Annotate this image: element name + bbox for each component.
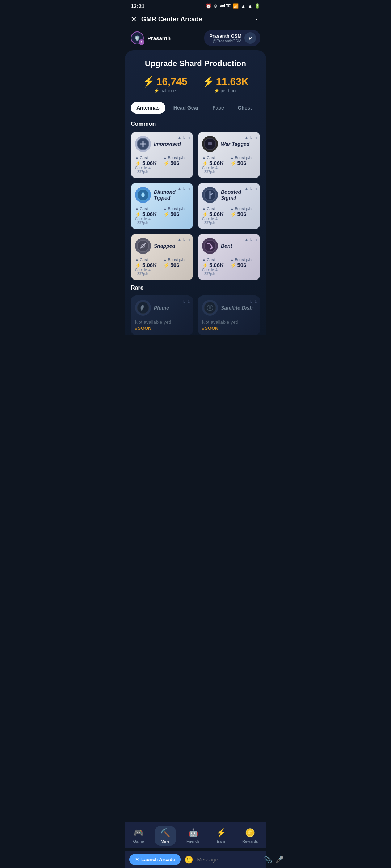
card-stats-bent: ▲ Cost ⚡5.06K Curr: lvl 4 +337p/h ▲ Boos… (202, 258, 256, 276)
not-available-plume: Not available yet! (135, 319, 189, 325)
card-icon-diamondtipped (135, 187, 151, 203)
menu-button[interactable]: ⋮ (253, 15, 260, 24)
svg-point-13 (204, 240, 216, 252)
level-arrow-icon: ▲ (245, 135, 249, 140)
cost-label: ▲ Cost (202, 258, 228, 262)
rare-card-header-plume: Plume (135, 300, 189, 316)
boost-label: ▲ Boost p/h (163, 258, 189, 262)
status-time: 12:21 (131, 3, 144, 9)
card-name-improvised: Improvised (154, 141, 181, 147)
perhour-value: ⚡11.63K (202, 76, 249, 88)
tab-hands[interactable]: Hands (260, 102, 260, 114)
wifi-icon: 📶 (233, 3, 239, 9)
minus-circle-icon: ⊖ (214, 3, 218, 9)
lightning-icon2: ⚡ (163, 160, 169, 166)
common-cards-grid: ▲ lvl 5 Improvised ▲ Cost ⚡5.06K Curr: l… (131, 132, 260, 280)
cost-label: ▲ Cost (202, 156, 228, 160)
rare-cards-grid: lvl 1 Plume Not available yet! #SOON lvl… (131, 295, 260, 335)
rare-card-name-satellite: Satellite Dish (221, 305, 253, 311)
card-level-boostedsignal: ▲ lvl 5 (245, 186, 257, 191)
cost-col: ▲ Cost ⚡5.06K Curr: lvl 4 +337p/h (135, 156, 161, 174)
lightning-icon: ⚡ (135, 211, 141, 217)
card-snapped[interactable]: ▲ lvl 5 Snapped ▲ Cost ⚡5.06K Curr: lvl … (131, 234, 193, 280)
lightning-icon2: ⚡ (163, 211, 169, 217)
cost-label: ▲ Cost (135, 156, 161, 160)
stats-row: ⚡16,745 ⚡ balance ⚡11.63K ⚡ per hour (131, 76, 260, 93)
curr-level: Curr: lvl 4 +337p/h (202, 268, 228, 276)
cost-label: ▲ Cost (135, 207, 161, 211)
card-icon-snapped (135, 238, 151, 254)
tab-chest[interactable]: Chest (232, 102, 258, 114)
category-tabs: Antennas Head Gear Face Chest Hands (131, 102, 260, 114)
card-improvised[interactable]: ▲ lvl 5 Improvised ▲ Cost ⚡5.06K Curr: l… (131, 132, 193, 178)
rare-card-level-plume: lvl 1 (182, 299, 190, 303)
rare-card-icon-satellite (202, 300, 218, 316)
cost-col: ▲ Cost ⚡5.06K Curr: lvl 4 +337p/h (135, 258, 161, 276)
card-level-diamondtipped: ▲ lvl 5 (178, 186, 190, 191)
user-row: 🛡️ 1 Prasanth Prasanth GSM @PrasanthGSM … (125, 27, 266, 50)
user-handle: @PrasanthGSM (209, 39, 241, 43)
volte-icon: VoLTE (220, 4, 231, 8)
boost-label: ▲ Boost p/h (230, 207, 256, 211)
boost-col: ▲ Boost p/h ⚡506 (163, 156, 189, 174)
close-button[interactable]: ✕ (131, 15, 137, 24)
boost-value: ⚡506 (230, 211, 256, 217)
boost-value: ⚡506 (163, 160, 189, 166)
card-icon-bent (202, 238, 218, 254)
level-arrow-icon: ▲ (245, 186, 249, 191)
balance-stat: ⚡16,745 ⚡ balance (142, 76, 188, 93)
curr-level: Curr: lvl 4 +337p/h (135, 166, 161, 174)
card-icon-wartagged (202, 136, 218, 152)
signal-icon: ▲ (241, 3, 245, 9)
lightning-icon: ⚡ (202, 211, 208, 217)
card-diamondtipped[interactable]: ▲ lvl 5 Diamond Tipped ▲ Cost ⚡5.06K Cur… (131, 183, 193, 229)
level-arrow-icon: ▲ (245, 237, 249, 242)
boost-label: ▲ Boost p/h (163, 207, 189, 211)
balance-value: ⚡16,745 (142, 76, 188, 88)
boost-col: ▲ Boost p/h ⚡506 (163, 207, 189, 225)
user-left: 🛡️ 1 Prasanth (131, 31, 171, 44)
perhour-stat: ⚡11.63K ⚡ per hour (202, 76, 249, 93)
curr-level: Curr: lvl 4 +337p/h (135, 217, 161, 225)
card-level-snapped: ▲ lvl 5 (178, 237, 190, 242)
tab-headgear[interactable]: Head Gear (168, 102, 205, 114)
curr-level: Curr: lvl 4 +337p/h (202, 166, 228, 174)
card-level-wartagged: ▲ lvl 5 (245, 135, 257, 140)
lightning-icon2: ⚡ (163, 262, 169, 268)
cost-value: ⚡5.06K (135, 211, 161, 217)
curr-level: Curr: lvl 4 +337p/h (135, 268, 161, 276)
boost-col: ▲ Boost p/h ⚡506 (230, 207, 256, 225)
page-title: Upgrade Shard Production (131, 59, 260, 68)
tab-face[interactable]: Face (207, 102, 230, 114)
card-bent[interactable]: ▲ lvl 5 Bent ▲ Cost ⚡5.06K Curr: lvl 4 +… (198, 234, 260, 280)
alarm-icon: ⏰ (206, 3, 211, 9)
boost-label: ▲ Boost p/h (230, 258, 256, 262)
cost-value: ⚡5.06K (202, 160, 228, 166)
signal2-icon: ▲ (248, 3, 252, 9)
card-wartagged[interactable]: ▲ lvl 5 War Tagged ▲ Cost ⚡5.06K Curr: l… (198, 132, 260, 178)
cost-label: ▲ Cost (135, 258, 161, 262)
boost-label: ▲ Boost p/h (163, 156, 189, 160)
rare-card-name-plume: Plume (154, 305, 169, 311)
balance-label: ⚡ balance (142, 88, 188, 93)
perhour-icon: ⚡ (202, 76, 215, 87)
lightning-icon2: ⚡ (230, 211, 236, 217)
rare-card-plume: lvl 1 Plume Not available yet! #SOON (131, 295, 193, 335)
cost-label: ▲ Cost (202, 207, 228, 211)
card-boostedsignal[interactable]: ▲ lvl 5 Boosted Signal ▲ Cost ⚡5.06K Cur… (198, 183, 260, 229)
rare-card-icon-plume (135, 300, 151, 316)
svg-point-17 (209, 306, 211, 309)
lightning-icon2: ⚡ (230, 160, 236, 166)
tab-antennas[interactable]: Antennas (131, 102, 165, 114)
lightning-icon: ⚡ (202, 262, 208, 268)
boost-col: ▲ Boost p/h ⚡506 (163, 258, 189, 276)
card-name-wartagged: War Tagged (221, 141, 249, 147)
balance-icon: ⚡ (142, 76, 155, 87)
lightning-icon: ⚡ (202, 160, 208, 166)
lightning-icon: ⚡ (135, 160, 141, 166)
card-name-snapped: Snapped (154, 243, 175, 249)
user-account-card[interactable]: Prasanth GSM @PrasanthGSM P (204, 30, 260, 46)
soon-plume: #SOON (135, 326, 189, 331)
perhour-emoji: ⚡ (214, 88, 219, 93)
card-name-diamondtipped: Diamond Tipped (154, 189, 189, 201)
